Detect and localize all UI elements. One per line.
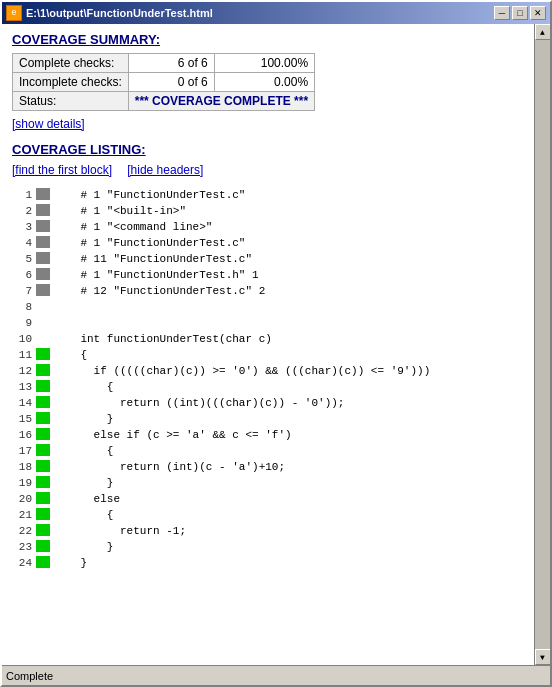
main-content: COVERAGE SUMMARY: Complete checks: 6 of … [2, 24, 534, 665]
links-row: [find the first block] [hide headers] [12, 163, 524, 177]
green-indicator [36, 540, 50, 552]
scroll-track[interactable] [535, 40, 551, 649]
code-line: 21 { [12, 507, 524, 523]
code-line: 23 } [12, 539, 524, 555]
green-indicator [36, 492, 50, 504]
coverage-table: Complete checks: 6 of 6 100.00% Incomple… [12, 53, 315, 111]
code-listing: 1 # 1 "FunctionUnderTest.c"2 # 1 "<built… [12, 187, 524, 571]
gray-indicator [36, 188, 50, 200]
complete-checks-percent: 100.00% [214, 54, 314, 73]
show-details-link[interactable]: [show details] [12, 117, 85, 131]
empty-indicator [36, 316, 50, 328]
code-text: # 1 "<command line>" [54, 219, 524, 235]
green-indicator [36, 444, 50, 456]
line-number: 14 [12, 395, 36, 411]
line-number: 21 [12, 507, 36, 523]
code-text: # 1 "FunctionUnderTest.c" [54, 235, 524, 251]
incomplete-checks-value: 0 of 6 [128, 73, 214, 92]
code-line: 18 return (int)(c - 'a')+10; [12, 459, 524, 475]
title-bar-left: e E:\1\output\FunctionUnderTest.html [6, 5, 213, 21]
code-line: 9 [12, 315, 524, 331]
line-number: 16 [12, 427, 36, 443]
gray-indicator [36, 236, 50, 248]
minimize-button[interactable]: ─ [494, 6, 510, 20]
code-line: 8 [12, 299, 524, 315]
line-number: 6 [12, 267, 36, 283]
line-number: 13 [12, 379, 36, 395]
window-title: E:\1\output\FunctionUnderTest.html [26, 7, 213, 19]
green-indicator [36, 508, 50, 520]
line-number: 20 [12, 491, 36, 507]
code-line: 14 return ((int)(((char)(c)) - '0')); [12, 395, 524, 411]
coverage-listing-heading: COVERAGE LISTING: [12, 142, 524, 157]
window-icon: e [6, 5, 22, 21]
scroll-up-button[interactable]: ▲ [535, 24, 551, 40]
gray-indicator [36, 204, 50, 216]
hide-headers-link[interactable]: [hide headers] [127, 163, 203, 177]
line-number: 18 [12, 459, 36, 475]
green-indicator [36, 460, 50, 472]
code-text: # 1 "<built-in>" [54, 203, 524, 219]
green-indicator [36, 556, 50, 568]
find-first-block-link[interactable]: [find the first block] [12, 163, 112, 177]
maximize-button[interactable]: □ [512, 6, 528, 20]
code-text: else if (c >= 'a' && c <= 'f') [54, 427, 524, 443]
line-number: 10 [12, 331, 36, 347]
code-text: { [54, 507, 524, 523]
code-text: # 1 "FunctionUnderTest.c" [54, 187, 524, 203]
code-text: } [54, 555, 524, 571]
code-text: int functionUnderTest(char c) [54, 331, 524, 347]
coverage-summary-heading: COVERAGE SUMMARY: [12, 32, 524, 47]
status-label: Status: [13, 92, 129, 111]
status-bar: Complete [2, 665, 550, 685]
complete-checks-value: 6 of 6 [128, 54, 214, 73]
line-number: 12 [12, 363, 36, 379]
code-text: return -1; [54, 523, 524, 539]
line-number: 5 [12, 251, 36, 267]
close-button[interactable]: ✕ [530, 6, 546, 20]
green-indicator [36, 412, 50, 424]
code-line: 12 if (((((char)(c)) >= '0') && (((char)… [12, 363, 524, 379]
code-text: return (int)(c - 'a')+10; [54, 459, 524, 475]
code-line: 6 # 1 "FunctionUnderTest.h" 1 [12, 267, 524, 283]
code-text: } [54, 411, 524, 427]
code-line: 16 else if (c >= 'a' && c <= 'f') [12, 427, 524, 443]
green-indicator [36, 380, 50, 392]
green-indicator [36, 428, 50, 440]
line-number: 15 [12, 411, 36, 427]
gray-indicator [36, 220, 50, 232]
code-text: # 1 "FunctionUnderTest.h" 1 [54, 267, 524, 283]
gray-indicator [36, 252, 50, 264]
title-bar: e E:\1\output\FunctionUnderTest.html ─ □… [2, 2, 550, 24]
code-line: 2 # 1 "<built-in>" [12, 203, 524, 219]
scrollbar: ▲ ▼ [534, 24, 550, 665]
green-indicator [36, 476, 50, 488]
incomplete-checks-label: Incomplete checks: [13, 73, 129, 92]
code-line: 13 { [12, 379, 524, 395]
line-number: 2 [12, 203, 36, 219]
status-row: Status: *** COVERAGE COMPLETE *** [13, 92, 315, 111]
empty-indicator [36, 300, 50, 312]
incomplete-checks-row: Incomplete checks: 0 of 6 0.00% [13, 73, 315, 92]
line-number: 4 [12, 235, 36, 251]
scroll-down-button[interactable]: ▼ [535, 649, 551, 665]
code-text: { [54, 347, 524, 363]
code-line: 3 # 1 "<command line>" [12, 219, 524, 235]
line-number: 11 [12, 347, 36, 363]
content-area: COVERAGE SUMMARY: Complete checks: 6 of … [2, 24, 550, 665]
code-line: 22 return -1; [12, 523, 524, 539]
gray-indicator [36, 284, 50, 296]
green-indicator [36, 524, 50, 536]
gray-indicator [36, 268, 50, 280]
line-number: 9 [12, 315, 36, 331]
code-text: # 11 "FunctionUnderTest.c" [54, 251, 524, 267]
code-line: 1 # 1 "FunctionUnderTest.c" [12, 187, 524, 203]
line-number: 22 [12, 523, 36, 539]
code-text: { [54, 443, 524, 459]
code-text: else [54, 491, 524, 507]
code-line: 15 } [12, 411, 524, 427]
links-separator [116, 163, 123, 177]
code-line: 11 { [12, 347, 524, 363]
code-line: 7 # 12 "FunctionUnderTest.c" 2 [12, 283, 524, 299]
line-number: 1 [12, 187, 36, 203]
